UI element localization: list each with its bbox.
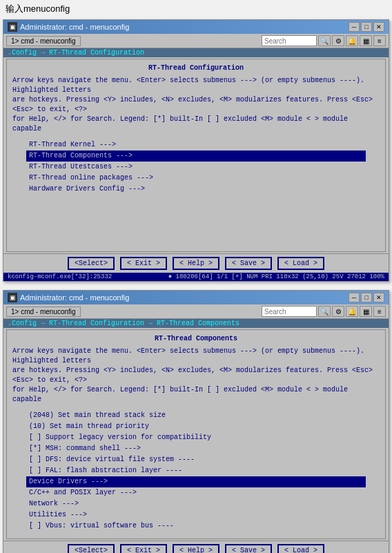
- toolbar-icons-2: 🔍 ⚙ 🔔 ▦ ≡: [318, 306, 386, 317]
- info-line3-1: for Help, </> for Search. Legend: [*] bu…: [12, 115, 380, 134]
- menu-item-w2-4[interactable]: [ ] DFS: device virtual file system ----: [26, 454, 366, 465]
- menu-icon-1[interactable]: ≡: [373, 35, 386, 46]
- toolbar-left-1: 1> cmd - menuconfig: [6, 36, 81, 46]
- bottom-bar-2: <Select> < Exit > < Help > < Save > < Lo…: [3, 541, 389, 553]
- menu-icon-2[interactable]: ≡: [373, 306, 386, 317]
- menu-item-w2-6[interactable]: Device Drivers --->: [26, 476, 366, 487]
- breadcrumb-2: .Config → RT-Thread Configuration → RT-T…: [3, 319, 389, 328]
- settings-icon-1[interactable]: ⚙: [332, 35, 344, 46]
- info-line3-2: for Help, </> for Search. Legend: [*] bu…: [12, 385, 380, 405]
- title-bar-left-1: ▣ Administrator: cmd - menuconfig: [8, 22, 129, 32]
- menu-item-w2-0[interactable]: (2048) Set main thread stack size: [26, 410, 366, 421]
- terminal-info-1: Arrow keys navigate the menu. <Enter> se…: [12, 76, 380, 134]
- window-title-2: Administrator: cmd - menuconfig: [20, 293, 129, 302]
- close-button-1[interactable]: ✕: [373, 22, 384, 32]
- toolbar-2: 1> cmd - menuconfig 🔍 ⚙ 🔔 ▦ ≡: [3, 304, 389, 319]
- minimize-button-2[interactable]: ─: [349, 293, 360, 302]
- info-line2-1: are hotkeys. Pressing <Y> includes, <N> …: [12, 95, 380, 115]
- menu-list-1: RT-Thread Kernel ---> RT-Thread Componen…: [26, 139, 366, 195]
- menu-item-w1-4[interactable]: Hardware Drivers Config --->: [26, 184, 366, 195]
- menu-item-w2-9[interactable]: Utilities --->: [26, 510, 366, 521]
- bell-icon-1[interactable]: 🔔: [346, 35, 358, 46]
- terminal-1: RT-Thread Configuration Arrow keys navig…: [7, 59, 385, 202]
- grid-icon-2[interactable]: ▦: [360, 306, 372, 317]
- maximize-button-2[interactable]: □: [361, 293, 372, 302]
- menu-item-w2-7[interactable]: C/C++ and POSIX layer --->: [26, 487, 366, 498]
- grid-icon-1[interactable]: ▦: [360, 35, 372, 46]
- menu-list-2: (2048) Set main thread stack size (10) S…: [26, 410, 366, 532]
- info-line1-1: Arrow keys navigate the menu. <Enter> se…: [12, 76, 380, 95]
- title-bar-2: ▣ Administrator: cmd - menuconfig ─ □ ✕: [3, 291, 389, 304]
- menu-item-w1-0[interactable]: RT-Thread Kernel --->: [26, 139, 366, 151]
- window-2: ▣ Administrator: cmd - menuconfig ─ □ ✕ …: [3, 290, 389, 553]
- title-bar-1: ▣ Administrator: cmd - menuconfig ─ □ ✕: [3, 20, 389, 34]
- status-bar-1: kconfig-mconf.exe[*32]:25332 ● 180206[64…: [3, 273, 389, 281]
- toolbar-left-2: 1> cmd - menuconfig: [6, 307, 81, 317]
- menu-item-w2-1[interactable]: (10) Set main thread priority: [26, 421, 366, 432]
- title-bar-controls-2: ─ □ ✕: [349, 293, 384, 302]
- info-line2-2: are hotkeys. Pressing <Y> includes, <N> …: [12, 366, 380, 385]
- exit-button-1[interactable]: < Exit >: [120, 257, 167, 270]
- help-button-2[interactable]: < Help >: [173, 544, 219, 553]
- title-bar-left-2: ▣ Administrator: cmd - menuconfig: [8, 293, 129, 302]
- settings-icon-2[interactable]: ⚙: [332, 306, 344, 317]
- tab-1[interactable]: 1> cmd - menuconfig: [6, 36, 81, 46]
- menu-item-w2-3[interactable]: [*] MSH: command shell --->: [26, 443, 366, 454]
- search-area-1: 🔍 ⚙ 🔔 ▦ ≡: [262, 35, 386, 46]
- menu-item-w1-3[interactable]: RT-Thread online packages --->: [26, 173, 366, 184]
- toolbar-icons-1: 🔍 ⚙ 🔔 ▦ ≡: [318, 35, 386, 46]
- search-area-2: 🔍 ⚙ 🔔 ▦ ≡: [262, 306, 386, 317]
- info-line1-2: Arrow keys navigate the menu. <Enter> se…: [12, 347, 380, 366]
- save-button-1[interactable]: < Save >: [225, 257, 272, 270]
- menu-item-w2-5[interactable]: [ ] FAL: flash abstraction layer ----: [26, 465, 366, 476]
- search-input-2[interactable]: [262, 306, 317, 317]
- title-bar-controls-1: ─ □ ✕: [349, 22, 384, 32]
- exit-button-2[interactable]: < Exit >: [120, 544, 167, 553]
- search-input-1[interactable]: [262, 35, 317, 46]
- menu-item-w1-2[interactable]: RT-Thread Utestcases --->: [26, 162, 366, 173]
- status-left-1: kconfig-mconf.exe[*32]:25332: [8, 273, 112, 280]
- tab-2[interactable]: 1> cmd - menuconfig: [6, 307, 81, 317]
- terminal-2: RT-Thread Components Arrow keys navigate…: [7, 330, 385, 539]
- search-icon-1[interactable]: 🔍: [318, 35, 331, 46]
- help-button-1[interactable]: < Help >: [173, 257, 219, 270]
- status-right-1: ● 180206[64] 1/1 [+] NUM PRI 118x32 (25,…: [168, 273, 384, 280]
- menu-item-w1-1[interactable]: RT-Thread Components --->: [26, 151, 366, 162]
- save-button-2[interactable]: < Save >: [225, 544, 272, 553]
- window-title-1: Administrator: cmd - menuconfig: [20, 23, 129, 31]
- window-1: ▣ Administrator: cmd - menuconfig ─ □ ✕ …: [3, 19, 389, 282]
- load-button-1[interactable]: < Load >: [277, 257, 324, 270]
- breadcrumb-1: .Config → RT-Thread Configuration: [3, 48, 389, 57]
- select-button-2[interactable]: <Select>: [68, 544, 115, 553]
- terminal-box-2: RT-Thread Components Arrow keys navigate…: [6, 329, 386, 539]
- menu-item-w2-8[interactable]: Network --->: [26, 498, 366, 510]
- menu-item-w2-10[interactable]: [ ] Vbus: virtual software bus ----: [26, 521, 366, 532]
- terminal-info-2: Arrow keys navigate the menu. <Enter> se…: [12, 347, 380, 405]
- terminal-title-2: RT-Thread Components: [12, 334, 380, 344]
- bottom-bar-1: <Select> < Exit > < Help > < Save > < Lo…: [3, 253, 389, 273]
- minimize-button-1[interactable]: ─: [349, 22, 360, 32]
- search-icon-2[interactable]: 🔍: [318, 306, 331, 317]
- load-button-2[interactable]: < Load >: [277, 544, 324, 553]
- cmd-icon-1: ▣: [8, 22, 17, 32]
- page-header: 输入menuconfig: [0, 0, 392, 19]
- select-button-1[interactable]: <Select>: [68, 257, 115, 270]
- menu-item-w2-2[interactable]: [ ] Support legacy version for compatibi…: [26, 432, 366, 443]
- terminal-title-1: RT-Thread Configuration: [12, 64, 380, 73]
- maximize-button-1[interactable]: □: [361, 22, 372, 32]
- close-button-2[interactable]: ✕: [373, 293, 384, 302]
- bell-icon-2[interactable]: 🔔: [346, 306, 358, 317]
- terminal-box-1: RT-Thread Configuration Arrow keys navig…: [6, 59, 386, 252]
- cmd-icon-2: ▣: [8, 293, 17, 302]
- toolbar-1: 1> cmd - menuconfig 🔍 ⚙ 🔔 ▦ ≡: [3, 34, 389, 48]
